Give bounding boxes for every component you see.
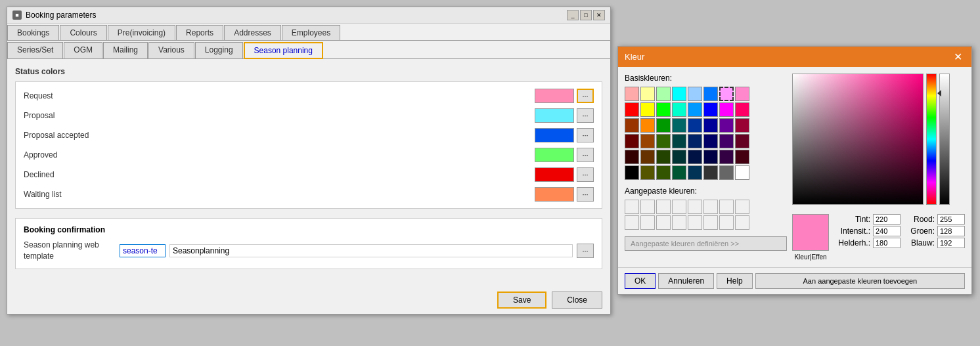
custom-cell-3[interactable]	[656, 200, 671, 214]
color-swatch-proposal[interactable]	[535, 108, 574, 123]
basic-color-cell-14[interactable]	[719, 102, 734, 117]
close-button-footer[interactable]: Close	[552, 292, 602, 309]
basic-color-cell-38[interactable]	[719, 150, 734, 164]
tab-series-set[interactable]: Series/Set	[7, 42, 63, 58]
basic-color-cell-0[interactable]	[625, 87, 639, 101]
basic-color-cell-4[interactable]	[688, 87, 702, 101]
tab-preinvoicing[interactable]: Pre(invoicing)	[108, 25, 175, 40]
basic-color-cell-12[interactable]	[688, 102, 702, 117]
basic-color-cell-16[interactable]	[625, 118, 639, 133]
basic-color-cell-27[interactable]	[672, 134, 686, 148]
tab-addresses[interactable]: Addresses	[224, 25, 281, 40]
bc-input-short[interactable]	[120, 244, 166, 257]
ok-button[interactable]: OK	[625, 273, 656, 289]
close-button[interactable]: ✕	[593, 10, 605, 20]
basic-color-cell-35[interactable]	[672, 150, 686, 164]
basic-color-cell-24[interactable]	[625, 134, 639, 148]
basic-color-cell-42[interactable]	[656, 165, 671, 180]
basic-color-cell-46[interactable]	[719, 165, 734, 180]
basic-color-cell-20[interactable]	[688, 118, 702, 133]
hue-bar[interactable]	[926, 74, 937, 205]
bc-ellipsis-button[interactable]: ···	[577, 244, 594, 258]
custom-cell-8[interactable]	[735, 200, 749, 214]
basic-color-cell-8[interactable]	[625, 102, 639, 117]
color-swatch-request[interactable]	[535, 89, 574, 103]
basic-color-cell-13[interactable]	[703, 102, 718, 117]
basic-color-cell-32[interactable]	[625, 150, 639, 164]
basic-color-cell-22[interactable]	[719, 118, 734, 133]
custom-cell-9[interactable]	[625, 215, 639, 230]
basic-color-cell-43[interactable]	[672, 165, 686, 180]
ellipsis-btn-request[interactable]: ···	[577, 89, 594, 103]
custom-cell-5[interactable]	[688, 200, 702, 214]
ellipsis-btn-approved[interactable]: ···	[577, 148, 594, 162]
helderh-input[interactable]	[873, 238, 901, 248]
tab-reports[interactable]: Reports	[176, 25, 223, 40]
color-swatch-approved[interactable]	[535, 148, 574, 162]
tab-various[interactable]: Various	[148, 42, 194, 58]
groen-input[interactable]	[937, 226, 965, 236]
custom-cell-1[interactable]	[625, 200, 639, 214]
custom-cell-14[interactable]	[703, 215, 718, 230]
custom-cell-6[interactable]	[703, 200, 718, 214]
color-swatch-proposal-accepted[interactable]	[535, 128, 574, 142]
basic-color-cell-47[interactable]	[735, 165, 749, 180]
basic-color-cell-3[interactable]	[672, 87, 686, 101]
basic-color-cell-44[interactable]	[688, 165, 702, 180]
basic-color-cell-39[interactable]	[735, 150, 749, 164]
tab-mailing[interactable]: Mailing	[103, 42, 148, 58]
basic-color-cell-37[interactable]	[703, 150, 718, 164]
custom-cell-13[interactable]	[688, 215, 702, 230]
ellipsis-btn-declined[interactable]: ···	[577, 167, 594, 182]
bc-input-long[interactable]	[169, 244, 573, 257]
basic-color-cell-45[interactable]	[703, 165, 718, 180]
basic-color-cell-18[interactable]	[656, 118, 671, 133]
save-button[interactable]: Save	[497, 292, 546, 309]
custom-cell-15[interactable]	[719, 215, 734, 230]
basic-color-cell-21[interactable]	[703, 118, 718, 133]
basic-color-cell-40[interactable]	[625, 165, 639, 180]
basic-color-cell-26[interactable]	[656, 134, 671, 148]
basic-color-cell-15[interactable]	[735, 102, 749, 117]
tab-season-planning[interactable]: Season planning	[244, 42, 323, 59]
custom-cell-10[interactable]	[640, 215, 655, 230]
basic-color-cell-1[interactable]	[640, 87, 655, 101]
rood-input[interactable]	[937, 214, 965, 225]
ellipsis-btn-proposal-accepted[interactable]: ···	[577, 128, 594, 142]
custom-cell-7[interactable]	[719, 200, 734, 214]
basic-color-cell-7[interactable]	[735, 87, 749, 101]
tab-colours[interactable]: Colours	[60, 25, 106, 40]
basic-color-cell-31[interactable]	[735, 134, 749, 148]
basic-color-cell-5[interactable]	[703, 87, 718, 101]
custom-cell-16[interactable]	[735, 215, 749, 230]
basic-color-cell-41[interactable]	[640, 165, 655, 180]
basic-color-cell-25[interactable]	[640, 134, 655, 148]
custom-cell-4[interactable]	[672, 200, 686, 214]
color-dialog-close-button[interactable]: ✕	[951, 51, 965, 63]
basic-color-cell-33[interactable]	[640, 150, 655, 164]
color-swatch-declined[interactable]	[535, 167, 574, 182]
tab-bookings[interactable]: Bookings	[7, 25, 59, 40]
restore-button[interactable]: □	[580, 10, 592, 20]
basic-color-cell-19[interactable]	[672, 118, 686, 133]
basic-color-cell-17[interactable]	[640, 118, 655, 133]
basic-color-cell-30[interactable]	[719, 134, 734, 148]
custom-cell-11[interactable]	[656, 215, 671, 230]
basic-color-cell-10[interactable]	[656, 102, 671, 117]
basic-color-cell-2[interactable]	[656, 87, 671, 101]
define-custom-colors-button[interactable]: Aangepaste kleuren definiëren >>	[625, 236, 787, 251]
custom-cell-12[interactable]	[672, 215, 686, 230]
ellipsis-btn-proposal[interactable]: ···	[577, 108, 594, 123]
tab-logging[interactable]: Logging	[195, 42, 243, 58]
color-swatch-waiting-list[interactable]	[535, 187, 574, 202]
color-spectrum-main[interactable]	[792, 74, 924, 205]
blauw-input[interactable]	[937, 238, 965, 248]
basic-color-cell-34[interactable]	[656, 150, 671, 164]
basic-color-cell-9[interactable]	[640, 102, 655, 117]
minimize-button[interactable]: _	[567, 10, 579, 20]
basic-color-cell-6[interactable]	[719, 87, 734, 101]
basic-color-cell-29[interactable]	[703, 134, 718, 148]
basic-color-cell-28[interactable]	[688, 134, 702, 148]
custom-cell-2[interactable]	[640, 200, 655, 214]
tab-ogm[interactable]: OGM	[64, 42, 102, 58]
